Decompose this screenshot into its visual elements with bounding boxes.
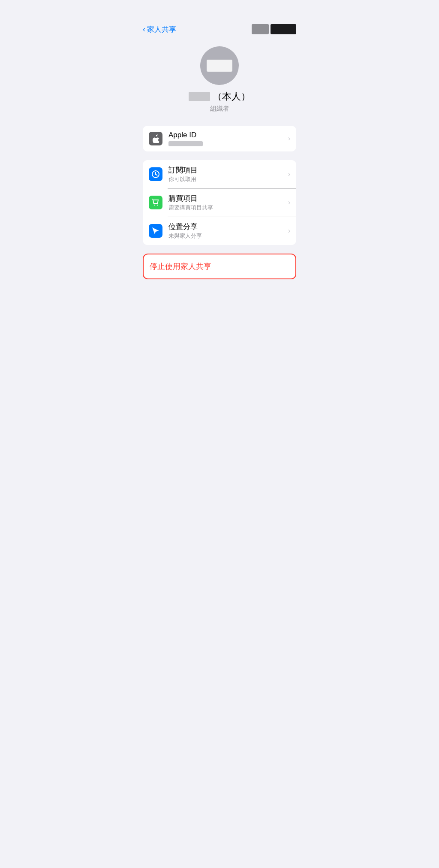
subscriptions-title: 訂閱項目 [168, 165, 286, 175]
svg-point-5 [157, 205, 158, 206]
apple-id-title: Apple ID [168, 131, 286, 139]
back-button[interactable]: ‹ 家人共享 [143, 24, 176, 34]
back-chevron-icon: ‹ [143, 25, 145, 34]
purchases-title: 購買項目 [168, 194, 286, 203]
profile-name-redacted [189, 92, 210, 101]
svg-point-3 [155, 174, 156, 175]
nav-right-block [252, 24, 296, 34]
apple-icon [149, 132, 162, 145]
stop-btn-section: 停止使用家人共享 [143, 254, 296, 279]
features-card: 訂閱項目 你可以取用 › 購買項目 需要購買項目共享 › [143, 160, 296, 245]
apple-id-redacted [168, 141, 203, 146]
apple-id-item[interactable]: Apple ID › [143, 126, 296, 151]
purchases-item[interactable]: 購買項目 需要購買項目共享 › [143, 188, 296, 217]
stop-btn-card: 停止使用家人共享 [143, 254, 296, 279]
location-title: 位置分享 [168, 222, 286, 232]
subscriptions-icon [149, 167, 162, 181]
nav-black-block [271, 24, 296, 34]
purchases-icon [149, 196, 162, 209]
subscriptions-subtitle: 你可以取用 [168, 175, 286, 183]
apple-logo-icon [151, 134, 160, 143]
stop-btn-label: 停止使用家人共享 [150, 261, 211, 272]
svg-point-4 [154, 205, 155, 206]
subscriptions-text: 訂閱項目 你可以取用 [168, 165, 286, 183]
apple-id-text: Apple ID [168, 131, 286, 146]
location-logo-icon [151, 227, 160, 235]
apple-id-chevron: › [288, 135, 290, 142]
profile-name-suffix: （本人） [213, 90, 250, 103]
profile-name-row: （本人） [189, 90, 250, 103]
location-chevron: › [288, 227, 290, 235]
svg-marker-6 [152, 227, 159, 234]
purchases-logo-icon [151, 198, 160, 207]
back-label: 家人共享 [147, 24, 176, 34]
profile-section: （本人） 組織者 [136, 38, 303, 126]
apple-id-card: Apple ID › [143, 126, 296, 151]
stop-family-sharing-button[interactable]: 停止使用家人共享 [144, 254, 295, 278]
profile-role: 組織者 [210, 105, 229, 113]
avatar [200, 46, 239, 85]
subscriptions-item[interactable]: 訂閱項目 你可以取用 › [143, 160, 296, 188]
purchases-subtitle: 需要購買項目共享 [168, 204, 286, 212]
location-text: 位置分享 未與家人分享 [168, 222, 286, 240]
nav-bar: ‹ 家人共享 [136, 0, 303, 38]
avatar-redacted [207, 60, 232, 72]
page-wrapper: ‹ 家人共享 （本人） 組織者 Apple ID [136, 0, 303, 330]
subscriptions-chevron: › [288, 170, 290, 178]
location-item[interactable]: 位置分享 未與家人分享 › [143, 217, 296, 245]
location-icon [149, 224, 162, 238]
nav-grey-block [252, 24, 269, 34]
purchases-text: 購買項目 需要購買項目共享 [168, 194, 286, 212]
location-subtitle: 未與家人分享 [168, 232, 286, 240]
purchases-chevron: › [288, 199, 290, 206]
subscriptions-logo-icon [151, 170, 160, 178]
